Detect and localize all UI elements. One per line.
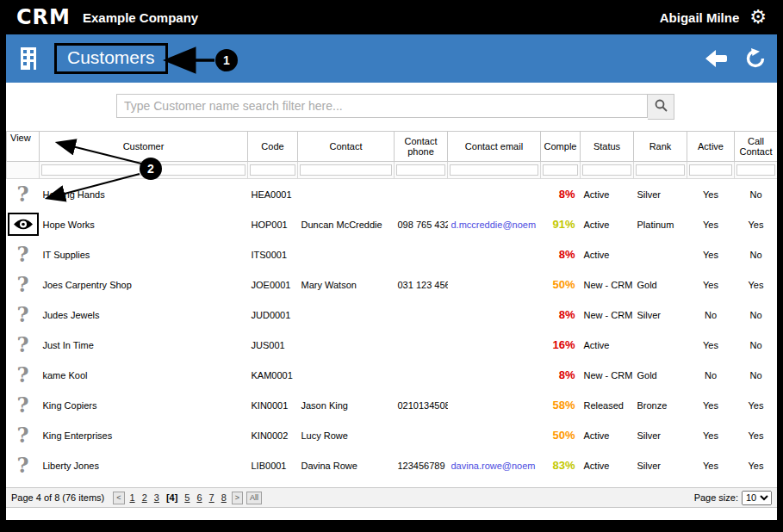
cell-email	[448, 179, 541, 210]
filter-input[interactable]	[450, 164, 538, 176]
user-name[interactable]: Abigail Milne	[660, 10, 740, 25]
page-title: Customers	[54, 43, 168, 74]
question-icon[interactable]: ?	[16, 244, 28, 265]
cell-customer: Joes Carpentry Shop	[40, 269, 248, 300]
filter-input[interactable]	[636, 164, 685, 176]
cell-email	[448, 239, 541, 269]
cell-status: Active	[581, 420, 634, 450]
column-header-contact-phone[interactable]: Contact phone	[395, 132, 448, 162]
pager-page-link[interactable]: 7	[209, 492, 214, 503]
filter-input[interactable]	[736, 164, 775, 176]
content-area: ViewCustomerCodeContactContact phoneCont…	[6, 83, 777, 520]
cell-active: Yes	[687, 269, 735, 300]
cell-status: New - CRM	[581, 300, 634, 330]
customers-table: ViewCustomerCodeContactContact phoneCont…	[6, 131, 777, 480]
cell-code: HEA0001	[248, 179, 298, 210]
cell-phone: 0210134508	[395, 390, 448, 420]
pager-prev-button[interactable]: <	[113, 492, 124, 504]
search-bar	[116, 94, 674, 120]
search-input[interactable]	[116, 94, 648, 118]
page-size-select[interactable]: 10	[742, 491, 772, 505]
pager-page-link[interactable]: 1	[130, 492, 135, 503]
column-header-active[interactable]: Active	[687, 132, 735, 162]
pager-all-button[interactable]: All	[246, 492, 262, 504]
cell-customer: King Copiers	[40, 390, 248, 420]
page-size-control: Page size: 10	[694, 491, 772, 505]
cell-phone	[395, 179, 448, 210]
refresh-icon[interactable]	[744, 47, 767, 70]
pager-page-link[interactable]: 3	[154, 492, 159, 503]
cell-pct: 83%	[541, 450, 581, 480]
gear-icon[interactable]: ⚙	[749, 8, 767, 27]
question-icon[interactable]: ?	[16, 335, 28, 356]
cell-active: No	[687, 360, 735, 390]
question-icon[interactable]: ?	[16, 455, 28, 476]
magnifier-icon	[654, 98, 668, 115]
cell-pct: 8%	[541, 179, 581, 210]
cell-email	[448, 330, 541, 360]
top-bar: CRM Example Company Abigail Milne ⚙	[6, 0, 777, 34]
pager: Page 4 of 8 (76 items) < 123[4]5678 > Al…	[6, 487, 777, 508]
column-header-contact[interactable]: Contact	[298, 132, 395, 162]
column-header-call-contact[interactable]: Call Contact	[735, 132, 778, 162]
table-row: Hope WorksHOP001Duncan McCreddie098 765 …	[7, 209, 778, 239]
cell-code: KAM0001	[248, 360, 298, 390]
pager-page-current[interactable]: [4]	[166, 492, 177, 503]
pager-page-link[interactable]: 6	[196, 492, 202, 503]
cell-call: No	[735, 330, 778, 360]
company-name: Example Company	[83, 10, 198, 25]
column-header-comple[interactable]: Comple	[541, 132, 581, 162]
cell-rank: Silver	[634, 450, 687, 480]
cell-phone: 098 765 4321	[395, 209, 448, 239]
filter-input[interactable]	[582, 164, 631, 176]
filter-input[interactable]	[689, 164, 732, 176]
column-header-status[interactable]: Status	[581, 132, 634, 162]
cell-call: No	[735, 239, 778, 269]
column-header-customer[interactable]: Customer	[40, 132, 248, 162]
question-icon[interactable]: ?	[16, 425, 28, 446]
table-row: ?King EnterprisesKIN0002Lucy Rowe50%Acti…	[7, 420, 778, 450]
page-header-bar: Customers	[6, 34, 777, 83]
cell-code: JOE0001	[248, 269, 298, 300]
cell-active: Yes	[687, 330, 735, 360]
pager-page-link[interactable]: 5	[184, 492, 190, 503]
back-arrow-icon[interactable]	[705, 49, 729, 68]
question-icon[interactable]: ?	[16, 395, 28, 416]
pager-page-link[interactable]: 2	[142, 492, 147, 503]
cell-call: No	[735, 360, 778, 390]
building-icon[interactable]	[16, 46, 40, 71]
column-header-view[interactable]: View	[7, 132, 40, 162]
cell-active: Yes	[687, 450, 735, 480]
eye-icon[interactable]	[8, 213, 39, 236]
cell-rank	[634, 239, 687, 269]
cell-email	[448, 390, 541, 420]
column-header-code[interactable]: Code	[248, 132, 298, 162]
cell-code: JUS001	[248, 330, 298, 360]
question-icon[interactable]: ?	[16, 184, 28, 205]
column-header-contact-email[interactable]: Contact email	[448, 132, 541, 162]
filter-input[interactable]	[543, 164, 578, 176]
cell-email	[448, 360, 541, 390]
cell-email[interactable]: davina.rowe@noem	[448, 450, 541, 480]
table-body: ?Healing HandsHEA00018%ActiveSilverYesNo…	[7, 179, 778, 481]
pager-next-button[interactable]: >	[232, 492, 243, 504]
cell-email[interactable]: d.mccreddie@noem	[448, 209, 541, 239]
search-button[interactable]	[648, 94, 674, 120]
question-icon[interactable]: ?	[16, 275, 28, 295]
cell-customer: Just In Time	[40, 330, 248, 360]
filter-input[interactable]	[396, 164, 445, 176]
question-icon[interactable]: ?	[16, 365, 28, 386]
cell-status: New - CRM	[581, 269, 634, 300]
cell-rank: Bronze	[634, 390, 687, 420]
filter-input[interactable]	[250, 164, 295, 176]
question-icon[interactable]: ?	[16, 305, 28, 325]
filter-input[interactable]	[300, 164, 392, 176]
cell-code: ITS0001	[248, 239, 298, 269]
column-header-rank[interactable]: Rank	[634, 132, 687, 162]
cell-contact: Duncan McCreddie	[298, 209, 395, 239]
pager-pages: 123[4]5678	[127, 492, 230, 503]
pager-page-link[interactable]: 8	[221, 492, 227, 503]
cell-phone	[395, 239, 448, 269]
crm-logo: CRM	[16, 5, 71, 29]
cell-pct: 50%	[541, 269, 581, 300]
